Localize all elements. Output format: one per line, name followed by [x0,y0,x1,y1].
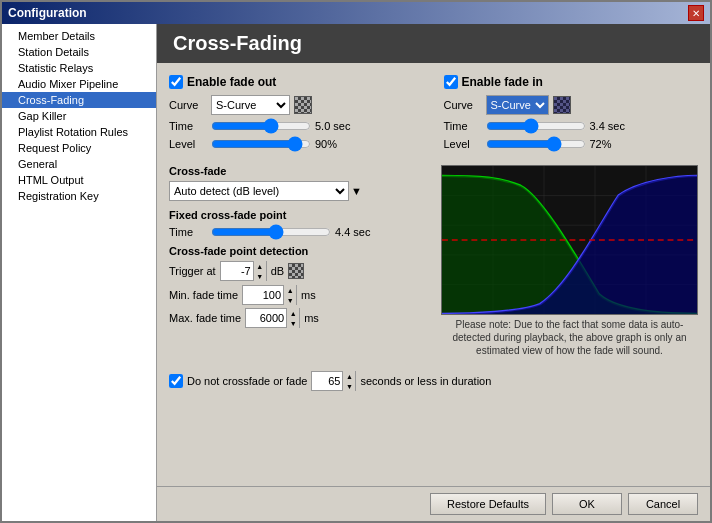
fixed-crossfade-time-value: 4.4 sec [335,226,375,238]
main-content: Cross-Fading Enable fade out Curve S-Cu [157,24,710,521]
right-graph: Please note: Due to the fact that some d… [441,165,698,357]
fade-in-level-label: Level [444,138,482,150]
footer-buttons: Restore Defaults OK Cancel [157,486,710,521]
min-fade-unit: ms [301,289,316,301]
no-crossfade-checkbox[interactable] [169,374,183,388]
trigger-unit: dB [271,265,284,277]
sidebar-item[interactable]: Audio Mixer Pipeline [2,76,156,92]
fade-in-color-grid [553,96,571,114]
max-fade-up[interactable]: ▲ [287,308,299,318]
bottom-value-input[interactable] [312,375,342,387]
sidebar-item[interactable]: General [2,156,156,172]
fixed-crossfade-time-label: Time [169,226,207,238]
no-crossfade-label: Do not crossfade or fade [187,375,307,387]
graph-canvas [441,165,698,315]
fade-out-level-row: Level 90% [169,137,424,151]
sidebar-item[interactable]: Playlist Rotation Rules [2,124,156,140]
fade-in-section: Enable fade in Curve S-Curve Linear Time [444,75,699,155]
lower-area: Cross-fade Auto detect (dB level) Fixed … [169,165,698,357]
fade-out-curve-row: Curve S-Curve Linear Logarithmic [169,95,424,115]
fade-in-label: Enable fade in [462,75,543,89]
window-title: Configuration [8,6,87,20]
sidebar-item[interactable]: Registration Key [2,188,156,204]
min-fade-input[interactable] [243,289,283,301]
max-fade-down[interactable]: ▼ [287,318,299,328]
trigger-input[interactable] [221,265,253,277]
bottom-down[interactable]: ▼ [343,381,355,391]
bottom-spinbox: ▲ ▼ [311,371,356,391]
max-fade-unit: ms [304,312,319,324]
fade-out-label: Enable fade out [187,75,276,89]
max-fade-arrows: ▲ ▼ [286,308,299,328]
ok-button[interactable]: OK [552,493,622,515]
bottom-row: Do not crossfade or fade ▲ ▼ seconds or … [169,365,698,397]
trigger-arrows: ▲ ▼ [253,261,266,281]
fade-sections-row: Enable fade out Curve S-Curve Linear Log… [169,75,698,155]
trigger-row: Trigger at ▲ ▼ dB [169,261,429,281]
fixed-crossfade-time-row: Time 4.4 sec [169,225,429,239]
detection-title: Cross-fade point detection [169,245,429,257]
sidebar-item[interactable]: Request Policy [2,140,156,156]
trigger-down-arrow[interactable]: ▼ [254,271,266,281]
bottom-arrows: ▲ ▼ [342,371,355,391]
fade-out-level-label: Level [169,138,207,150]
crossfade-title: Cross-fade [169,165,429,177]
sidebar-item[interactable]: HTML Output [2,172,156,188]
fade-in-checkbox[interactable] [444,75,458,89]
title-bar: Configuration ✕ [2,2,710,24]
sidebar: Member DetailsStation DetailsStatistic R… [2,24,157,521]
fade-out-time-value: 5.0 sec [315,120,355,132]
min-fade-up[interactable]: ▲ [284,285,296,295]
cancel-button[interactable]: Cancel [628,493,698,515]
fade-out-time-label: Time [169,120,207,132]
min-fade-spinbox: ▲ ▼ [242,285,297,305]
fade-in-level-row: Level 72% [444,137,699,151]
min-fade-arrows: ▲ ▼ [283,285,296,305]
fade-in-level-slider[interactable] [486,137,586,151]
graph-note: Please note: Due to the fact that some d… [441,318,698,357]
fade-out-curve-label: Curve [169,99,207,111]
fade-in-time-row: Time 3.4 sec [444,119,699,133]
fade-out-checkbox[interactable] [169,75,183,89]
fade-in-curve-label: Curve [444,99,482,111]
fixed-crossfade-title: Fixed cross-fade point [169,209,429,221]
max-fade-row: Max. fade time ▲ ▼ ms [169,308,429,328]
fade-out-time-slider[interactable] [211,119,311,133]
fade-in-time-slider[interactable] [486,119,586,133]
sidebar-item[interactable]: Statistic Relays [2,60,156,76]
max-fade-input[interactable] [246,312,286,324]
content-body: Enable fade out Curve S-Curve Linear Log… [157,63,710,486]
fade-in-curve-select[interactable]: S-Curve Linear [486,95,549,115]
bottom-up[interactable]: ▲ [343,371,355,381]
restore-defaults-button[interactable]: Restore Defaults [430,493,546,515]
trigger-spinbox: ▲ ▼ [220,261,267,281]
fade-out-level-value: 90% [315,138,355,150]
fixed-crossfade-slider[interactable] [211,225,331,239]
fade-out-level-slider[interactable] [211,137,311,151]
sidebar-item[interactable]: Cross-Fading [2,92,156,108]
content-header: Cross-Fading [157,24,710,63]
min-fade-down[interactable]: ▼ [284,295,296,305]
trigger-color-grid [288,263,304,279]
fixed-crossfade-section: Fixed cross-fade point Time 4.4 sec [169,209,429,239]
max-fade-label: Max. fade time [169,312,241,324]
fade-out-section: Enable fade out Curve S-Curve Linear Log… [169,75,424,155]
max-fade-spinbox: ▲ ▼ [245,308,300,328]
sidebar-item[interactable]: Gap Killer [2,108,156,124]
fade-in-level-value: 72% [590,138,630,150]
fade-out-checkbox-label: Enable fade out [169,75,424,89]
fade-out-curve-select[interactable]: S-Curve Linear Logarithmic [211,95,290,115]
close-button[interactable]: ✕ [688,5,704,21]
min-fade-label: Min. fade time [169,289,238,301]
crossfade-graph [442,166,697,314]
fade-in-time-value: 3.4 sec [590,120,630,132]
crossfade-select[interactable]: Auto detect (dB level) Fixed Manual [169,181,349,201]
left-controls: Cross-fade Auto detect (dB level) Fixed … [169,165,429,357]
min-fade-row: Min. fade time ▲ ▼ ms [169,285,429,305]
sidebar-item[interactable]: Member Details [2,28,156,44]
fade-out-color-grid [294,96,312,114]
window-body: Member DetailsStation DetailsStatistic R… [2,24,710,521]
trigger-up-arrow[interactable]: ▲ [254,261,266,271]
sidebar-item[interactable]: Station Details [2,44,156,60]
main-window: Configuration ✕ Member DetailsStation De… [0,0,712,523]
